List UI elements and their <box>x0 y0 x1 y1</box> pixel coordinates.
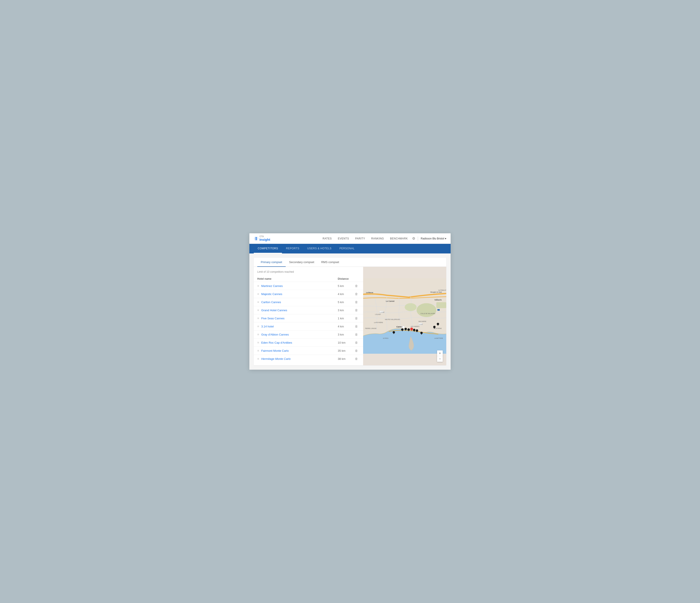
nav-benchmark[interactable]: BENCHMARK <box>390 237 408 240</box>
delete-button-2[interactable]: 🗑 <box>353 300 359 304</box>
delete-button-8[interactable]: 🗑 <box>353 349 359 353</box>
zoom-in-button[interactable]: + <box>437 351 443 356</box>
main-nav: RATES EVENTS PARITY RANKING BENCHMARK <box>323 237 408 240</box>
logo-label: OTA Insight <box>259 236 270 242</box>
logo: OTA Insight <box>254 236 270 242</box>
main-card: Primary compset Secondary compset RMS co… <box>254 258 446 365</box>
svg-text:HAUTES VALLERGUES: HAUTES VALLERGUES <box>385 319 400 320</box>
col-header-distance: Distance <box>338 277 353 281</box>
app-window: OTA Insight RATES EVENTS PARITY RANKING … <box>249 233 451 370</box>
svg-text:COLLE DE VALLAURIS: COLLE DE VALLAURIS <box>420 313 435 314</box>
map-svg: Le Cannet Vallauris Cannes L'OLIVET HAUT… <box>363 267 446 365</box>
table-row: ≡ Fairmont Monte Carlo 35 km 🗑 <box>254 347 363 355</box>
hotel-distance-0: 5 km <box>338 284 353 288</box>
settings-button[interactable]: ⚙ <box>412 236 415 241</box>
subnav-competitors[interactable]: COMPETITORS <box>254 244 282 254</box>
hotel-list-panel: Limit of 10 competitors reached Hotel na… <box>254 267 363 365</box>
hotel-link-carlton[interactable]: Carlton Cannes <box>261 300 338 304</box>
nav-rates[interactable]: RATES <box>323 237 332 240</box>
svg-text:MAUVARRE: MAUVARRE <box>419 321 426 322</box>
hotel-distance-2: 5 km <box>338 300 353 304</box>
delete-button-3[interactable]: 🗑 <box>353 308 359 312</box>
hotel-link-fiveseas[interactable]: Five Seas Cannes <box>261 317 338 320</box>
hotel-distance-6: 3 km <box>338 333 353 336</box>
card-body: Limit of 10 competitors reached Hotel na… <box>254 267 446 365</box>
table-row: ≡ Martinez Cannes 5 km 🗑 <box>254 282 363 290</box>
hotel-link-majestic[interactable]: Majestic Cannes <box>261 292 338 296</box>
hotel-distance-1: 4 km <box>338 292 353 296</box>
svg-text:Le Cannet: Le Cannet <box>386 300 395 302</box>
tab-primary-compset[interactable]: Primary compset <box>257 258 286 267</box>
sub-nav: COMPETITORS REPORTS USERS & HOTELS PERSO… <box>249 244 451 254</box>
drag-handle-icon[interactable]: ≡ <box>257 333 259 336</box>
hotel-link-fairmont[interactable]: Fairmont Monte Carlo <box>261 349 338 353</box>
hotel-distance-7: 10 km <box>338 341 353 344</box>
limit-message: Limit of 10 competitors reached <box>254 269 363 276</box>
drag-handle-icon[interactable]: ≡ <box>257 309 259 312</box>
drag-handle-icon[interactable]: ≡ <box>257 317 259 320</box>
drag-handle-icon[interactable]: ≡ <box>257 284 259 287</box>
svg-text:D 803: D 803 <box>419 323 423 325</box>
subnav-reports[interactable]: REPORTS <box>282 244 303 254</box>
svg-text:PIERRE LONGUE: PIERRE LONGUE <box>365 328 376 329</box>
hotel-distance-4: 1 km <box>338 317 353 320</box>
drag-handle-icon[interactable]: ≡ <box>257 300 259 304</box>
delete-button-1[interactable]: 🗑 <box>353 292 359 296</box>
tabs-bar: Primary compset Secondary compset RMS co… <box>254 258 446 267</box>
nav-right: ⚙ Radisson Blu Bristol ▾ <box>412 236 446 241</box>
map-panel: Le Cannet Vallauris Cannes L'OLIVET HAUT… <box>363 267 446 365</box>
table-row: ≡ Hermitage Monte Carlo 38 km 🗑 <box>254 355 363 363</box>
hotel-link-grand[interactable]: Grand Hotel Cannes <box>261 309 338 312</box>
drag-handle-icon[interactable]: ≡ <box>257 292 259 295</box>
drag-handle-icon[interactable]: ≡ <box>257 349 259 352</box>
table-row: ≡ Majestic Cannes 4 km 🗑 <box>254 290 363 298</box>
svg-text:L'OLIVET: L'OLIVET <box>375 314 381 315</box>
table-row: ≡ Gray d'Albion Cannes 3 km 🗑 <box>254 331 363 339</box>
hotel-link-eden[interactable]: Eden Roc Cap d'Antibes <box>261 341 338 344</box>
nav-events[interactable]: EVENTS <box>338 237 349 240</box>
tab-secondary-compset[interactable]: Secondary compset <box>286 258 318 267</box>
hotel-link-314[interactable]: 3.14 hotel <box>261 325 338 328</box>
svg-text:LES GABRES: LES GABRES <box>410 326 419 327</box>
svg-point-4 <box>405 303 417 311</box>
svg-text:D 6098: D 6098 <box>380 311 384 313</box>
table-row: ≡ Carlton Cannes 5 km 🗑 <box>254 298 363 306</box>
hotel-link-martinez[interactable]: Martinez Cannes <box>261 284 338 288</box>
svg-rect-2 <box>256 239 257 240</box>
col-header-name: Hotel name <box>257 277 338 281</box>
nav-parity[interactable]: PARITY <box>355 237 365 240</box>
drag-handle-icon[interactable]: ≡ <box>257 325 259 328</box>
delete-button-4[interactable]: 🗑 <box>353 316 359 320</box>
hotel-distance-9: 38 km <box>338 357 353 361</box>
delete-button-0[interactable]: 🗑 <box>353 284 359 288</box>
hotel-distance-8: 35 km <box>338 349 353 353</box>
svg-point-5 <box>417 303 436 317</box>
table-header: Hotel name Distance <box>254 276 363 282</box>
top-nav: OTA Insight RATES EVENTS PARITY RANKING … <box>249 233 451 244</box>
zoom-out-button[interactable]: − <box>437 356 443 362</box>
delete-button-7[interactable]: 🗑 <box>353 341 359 344</box>
hotel-selector[interactable]: Radisson Blu Bristol ▾ <box>421 237 446 240</box>
svg-text:LE RIOU: LE RIOU <box>383 338 389 339</box>
subnav-personal[interactable]: PERSONAL <box>335 244 358 254</box>
table-row: ≡ Five Seas Cannes 1 km 🗑 <box>254 314 363 322</box>
table-row: ≡ 3.14 hotel 4 km 🗑 <box>254 322 363 331</box>
table-row: ≡ Eden Roc Cap d'Antibes 10 km 🗑 <box>254 339 363 347</box>
delete-button-9[interactable]: 🗑 <box>353 357 359 361</box>
map-container[interactable]: Le Cannet Vallauris Cannes L'OLIVET HAUT… <box>363 267 446 365</box>
zoom-controls: + − <box>437 351 443 362</box>
hotel-link-gray[interactable]: Gray d'Albion Cannes <box>261 333 338 336</box>
delete-button-6[interactable]: 🗑 <box>353 333 359 336</box>
drag-handle-icon[interactable]: ≡ <box>257 357 259 360</box>
hotel-link-hermitage[interactable]: Hermitage Monte Carlo <box>261 357 338 361</box>
table-row: ≡ Grand Hotel Cannes 3 km 🗑 <box>254 306 363 314</box>
subnav-users-hotels[interactable]: USERS & HOTELS <box>303 244 335 254</box>
tab-rms-compset[interactable]: RMS compset <box>318 258 343 267</box>
col-header-action <box>353 277 359 281</box>
svg-text:Vallauris: Vallauris <box>434 299 442 301</box>
delete-button-5[interactable]: 🗑 <box>353 324 359 328</box>
drag-handle-icon[interactable]: ≡ <box>257 341 259 344</box>
svg-text:La Bocca: La Bocca <box>366 292 373 293</box>
hotel-distance-5: 4 km <box>338 325 353 328</box>
nav-ranking[interactable]: RANKING <box>371 237 384 240</box>
